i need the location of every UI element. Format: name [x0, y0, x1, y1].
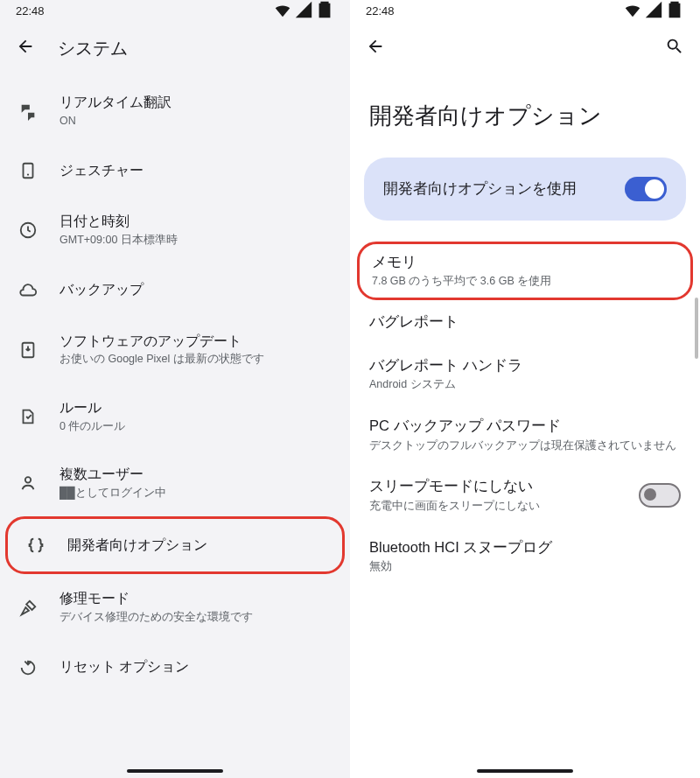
status-icons: [273, 0, 334, 22]
item-subtitle: デスクトップのフルバックアップは現在保護されていません: [369, 438, 681, 453]
signal-icon: [294, 0, 313, 22]
settings-item-translate[interactable]: リアルタイム翻訳ON: [0, 78, 350, 144]
status-icons: [623, 0, 684, 22]
rules-icon: [18, 406, 38, 427]
item-subtitle: 無効: [369, 559, 681, 574]
battery-icon: [665, 0, 684, 22]
braces-icon: [25, 535, 46, 556]
settings-item-users[interactable]: 複数ユーザー██としてログイン中: [0, 450, 350, 516]
master-toggle[interactable]: 開発者向けオプションを使用: [364, 158, 686, 221]
scrollbar[interactable]: [695, 298, 698, 359]
item-subtitle: GMT+09:00 日本標準時: [60, 233, 332, 249]
developer-options-screen: 22:48 開発者向けオプション 開発者向けオプションを使用 メモリ7.8 GB…: [350, 0, 700, 778]
settings-item-rules[interactable]: ルール0 件のルール: [0, 383, 350, 450]
signal-icon: [644, 0, 663, 22]
dev-option-item[interactable]: Bluetooth HCI スヌープログ無効: [350, 526, 700, 586]
system-settings-screen: 22:48 システム リアルタイム翻訳ONジェスチャー日付と時刻GMT+09:0…: [0, 0, 350, 778]
search-button[interactable]: [665, 37, 684, 60]
reset-icon: [18, 657, 38, 678]
item-subtitle: デバイス修理のための安全な環境です: [60, 610, 332, 626]
page-title: 開発者向けオプション: [350, 78, 700, 158]
repair-icon: [18, 598, 38, 619]
item-subtitle: 0 件のルール: [60, 419, 332, 435]
svg-rect-0: [24, 164, 33, 179]
translate-icon: [18, 101, 38, 122]
item-label: バグレポート ハンドラ: [369, 356, 681, 375]
item-label: バックアップ: [60, 281, 332, 299]
dev-option-item[interactable]: バグレポート: [350, 300, 700, 343]
dev-option-item[interactable]: スリープモードにしない充電中に画面をスリープにしない: [350, 465, 700, 525]
dev-option-item[interactable]: バグレポート ハンドラAndroid システム: [350, 344, 700, 404]
svg-point-1: [27, 174, 29, 176]
cloud-icon: [18, 280, 38, 301]
item-label: PC バックアップ パスワード: [369, 417, 681, 435]
developer-options-list: メモリ7.8 GB のうち平均で 3.6 GB を使用バグレポートバグレポート …: [350, 242, 700, 586]
nav-bar-pill[interactable]: [477, 769, 573, 773]
item-subtitle: ██としてログイン中: [60, 486, 332, 501]
item-subtitle: Android システム: [369, 377, 681, 392]
status-time: 22:48: [16, 4, 45, 18]
svg-point-4: [25, 477, 31, 482]
dev-option-item[interactable]: メモリ7.8 GB のうち平均で 3.6 GB を使用: [357, 242, 693, 300]
settings-item-repair[interactable]: 修理モードデバイス修理のための安全な環境です: [0, 574, 350, 641]
page-title: システム: [58, 37, 128, 60]
item-label: スリープモードにしない: [369, 477, 626, 495]
app-bar: システム: [0, 21, 350, 78]
item-label: 修理モード: [60, 590, 332, 608]
settings-list: リアルタイム翻訳ONジェスチャー日付と時刻GMT+09:00 日本標準時バックア…: [0, 78, 350, 694]
item-label: 日付と時刻: [60, 213, 332, 231]
item-label: 開発者向けオプション: [67, 536, 325, 555]
back-button[interactable]: [366, 37, 385, 60]
item-subtitle: ON: [60, 114, 332, 130]
settings-item-clock[interactable]: 日付と時刻GMT+09:00 日本標準時: [0, 197, 350, 263]
app-bar: [350, 21, 700, 78]
wifi-icon: [623, 0, 642, 22]
status-time: 22:48: [366, 4, 395, 18]
toggle-switch[interactable]: [639, 483, 681, 508]
item-label: メモリ: [372, 253, 678, 271]
toggle-switch[interactable]: [625, 177, 667, 201]
item-subtitle: 充電中に画面をスリープにしない: [369, 499, 626, 514]
item-subtitle: お使いの Google Pixel は最新の状態です: [60, 352, 332, 368]
item-label: ソフトウェアのアップデート: [60, 333, 332, 351]
back-button[interactable]: [16, 37, 35, 60]
settings-item-download[interactable]: ソフトウェアのアップデートお使いの Google Pixel は最新の状態です: [0, 317, 350, 383]
gesture-icon: [18, 160, 38, 181]
battery-icon: [315, 0, 334, 22]
settings-item-gesture[interactable]: ジェスチャー: [0, 144, 350, 197]
clock-icon: [18, 220, 38, 241]
item-label: ルール: [60, 399, 332, 417]
master-toggle-label: 開発者向けオプションを使用: [383, 179, 612, 200]
download-icon: [18, 340, 38, 361]
settings-item-braces[interactable]: 開発者向けオプション: [5, 516, 345, 574]
nav-bar-pill[interactable]: [127, 769, 223, 773]
item-label: リアルタイム翻訳: [60, 94, 332, 112]
status-bar: 22:48: [0, 0, 350, 21]
status-bar: 22:48: [350, 0, 700, 21]
users-icon: [18, 473, 38, 494]
item-label: 複数ユーザー: [60, 466, 332, 484]
settings-item-cloud[interactable]: バックアップ: [0, 264, 350, 317]
item-label: Bluetooth HCI スヌープログ: [369, 538, 681, 557]
wifi-icon: [273, 0, 292, 22]
item-label: リセット オプション: [60, 658, 332, 676]
item-subtitle: 7.8 GB のうち平均で 3.6 GB を使用: [372, 274, 678, 289]
settings-item-reset[interactable]: リセット オプション: [0, 641, 350, 694]
dev-option-item[interactable]: PC バックアップ パスワードデスクトップのフルバックアップは現在保護されていま…: [350, 404, 700, 465]
item-label: バグレポート: [369, 312, 681, 331]
item-label: ジェスチャー: [60, 162, 332, 180]
